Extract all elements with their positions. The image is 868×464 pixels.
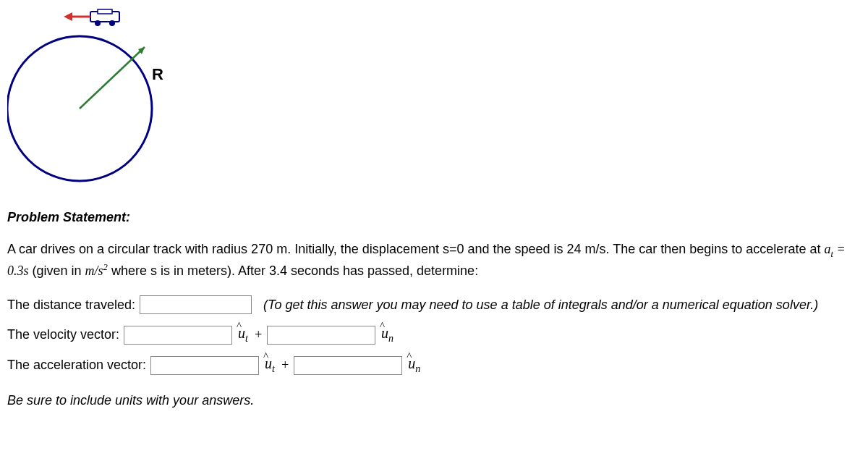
svg-marker-9 <box>64 12 72 21</box>
velocity-row: The velocity vector: ^ut+ ^un <box>7 325 861 345</box>
problem-text-1: A car drives on a circular track with ra… <box>7 242 824 256</box>
distance-label: The distance traveled: <box>7 298 135 313</box>
plus-2: + <box>281 358 289 373</box>
ut-hat-symbol-2: ^ut <box>263 355 276 375</box>
svg-line-1 <box>80 47 145 109</box>
var-s2: s <box>98 263 103 278</box>
plus-1: + <box>254 327 263 342</box>
acceleration-ut-input[interactable] <box>150 356 259 375</box>
ut-hat-symbol: ^ut <box>237 325 250 345</box>
velocity-un-input[interactable] <box>267 326 375 345</box>
acceleration-row: The acceleration vector: ^ut+ ^un <box>7 355 861 375</box>
distance-input[interactable] <box>140 295 252 314</box>
acceleration-label: The acceleration vector: <box>7 358 146 373</box>
acceleration-un-input[interactable] <box>294 356 402 375</box>
svg-text:R: R <box>152 65 163 83</box>
var-s: s <box>24 263 29 278</box>
circular-track-diagram: R <box>7 7 210 203</box>
un-hat-symbol-2: ^un <box>407 355 422 375</box>
svg-rect-7 <box>98 9 112 14</box>
var-m: m <box>85 263 95 278</box>
distance-hint: (To get this answer you may need to use … <box>263 298 818 313</box>
un-hat-symbol: ^un <box>380 325 395 345</box>
given-in-text: (given in <box>29 263 85 278</box>
svg-point-5 <box>95 20 101 26</box>
velocity-ut-input[interactable] <box>124 326 232 345</box>
svg-point-6 <box>109 20 115 26</box>
distance-row: The distance traveled: (To get this answ… <box>7 295 861 314</box>
velocity-label: The velocity vector: <box>7 327 119 342</box>
problem-description: A car drives on a circular track with ra… <box>7 240 861 281</box>
units-note: Be sure to include units with your answe… <box>7 393 861 408</box>
problem-text-2: where s is in meters). After 3.4 seconds… <box>108 263 478 278</box>
problem-statement-heading: Problem Statement: <box>7 210 861 225</box>
